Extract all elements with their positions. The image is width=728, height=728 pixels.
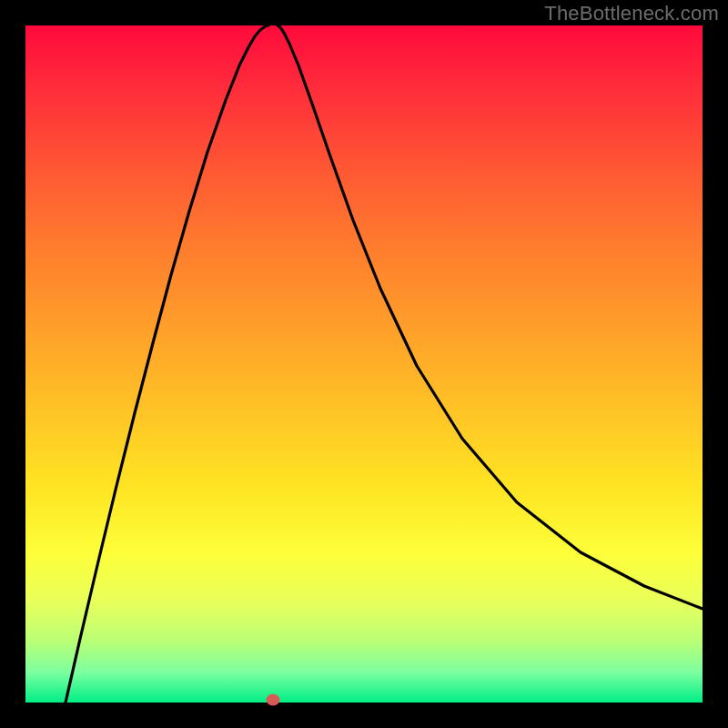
- bottleneck-curve: [25, 25, 703, 703]
- curve-right: [278, 25, 703, 609]
- chart-frame: TheBottleneck.com: [0, 0, 728, 728]
- curve-left: [66, 25, 268, 703]
- watermark-text: TheBottleneck.com: [544, 2, 719, 25]
- plot-area: [25, 25, 703, 703]
- minimum-marker: [267, 694, 280, 706]
